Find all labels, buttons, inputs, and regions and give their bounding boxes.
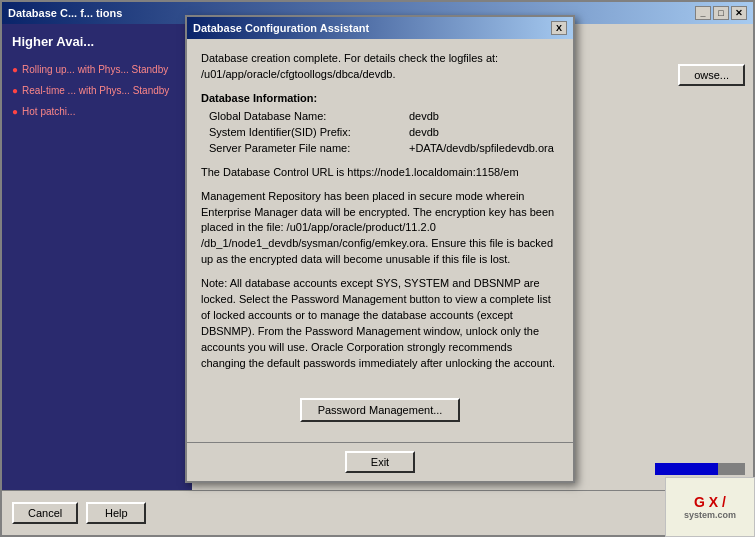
db-info-section: Database Information: Global Database Na…	[201, 91, 559, 157]
list-item: ● Rolling up... with Phys... Standby	[12, 63, 182, 76]
progress-bar	[655, 463, 745, 475]
bullet-icon: ●	[12, 105, 18, 118]
left-panel-title: Higher Avai...	[12, 34, 182, 51]
bullet-icon: ●	[12, 84, 18, 97]
db-info-row: Server Parameter File name: +DATA/devdb/…	[201, 141, 559, 157]
bg-close-icon[interactable]: ✕	[731, 6, 747, 20]
password-management-button[interactable]: Password Management...	[300, 398, 461, 422]
progress-bar-fill	[655, 463, 718, 475]
db-info-value: devdb	[409, 125, 439, 141]
watermark: G X / system.com	[665, 477, 755, 537]
bg-titlebar-buttons: _ □ ✕	[695, 6, 747, 20]
note-text: Note: All database accounts except SYS, …	[201, 276, 559, 372]
minimize-icon[interactable]: _	[695, 6, 711, 20]
watermark-sub: system.com	[684, 510, 736, 520]
control-url-text: The Database Control URL is https://node…	[201, 165, 559, 181]
bullet-icon: ●	[12, 63, 18, 76]
db-info-row: System Identifier(SID) Prefix: devdb	[201, 125, 559, 141]
list-item-label: Hot patchi...	[22, 105, 75, 118]
security-text: Management Repository has been placed in…	[201, 189, 559, 269]
db-info-label: System Identifier(SID) Prefix:	[209, 125, 409, 141]
modal-titlebar: Database Configuration Assistant X	[187, 17, 573, 39]
db-info-value: +DATA/devdb/spfiledevdb.ora	[409, 141, 554, 157]
browse-button[interactable]: owse...	[678, 64, 745, 86]
list-item: ● Real-time ... with Phys... Standby	[12, 84, 182, 97]
left-panel: Higher Avai... ● Rolling up... with Phys…	[2, 24, 192, 535]
cancel-button[interactable]: Cancel	[12, 502, 78, 524]
modal-bottom-section: Password Management...	[187, 392, 573, 442]
watermark-text: G X /	[694, 494, 726, 510]
list-item-label: Real-time ... with Phys... Standby	[22, 84, 169, 97]
modal-content: Database creation complete. For details …	[187, 39, 573, 392]
db-info-title: Database Information:	[201, 91, 559, 107]
completion-text: Database creation complete. For details …	[201, 51, 559, 83]
help-button[interactable]: Help	[86, 502, 146, 524]
list-item-label: Rolling up... with Phys... Standby	[22, 63, 168, 76]
modal-dialog: Database Configuration Assistant X Datab…	[185, 15, 575, 483]
list-item: ● Hot patchi...	[12, 105, 182, 118]
db-info-row: Global Database Name: devdb	[201, 109, 559, 125]
exit-button[interactable]: Exit	[345, 451, 415, 473]
bg-bottom-buttons: Cancel Help Next >	[2, 490, 753, 535]
modal-close-icon[interactable]: X	[551, 21, 567, 35]
db-info-value: devdb	[409, 109, 439, 125]
modal-footer: Exit	[187, 442, 573, 481]
maximize-icon[interactable]: □	[713, 6, 729, 20]
db-info-label: Global Database Name:	[209, 109, 409, 125]
modal-title: Database Configuration Assistant	[193, 22, 551, 34]
db-info-label: Server Parameter File name:	[209, 141, 409, 157]
